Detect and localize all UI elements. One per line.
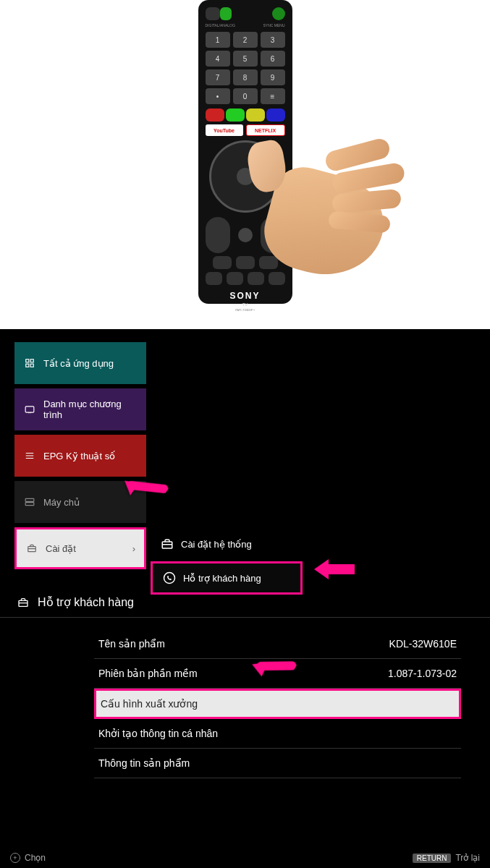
- svg-rect-4: [25, 407, 34, 412]
- chevron-right-icon: ›: [132, 543, 135, 554]
- remote-photo-section: DIGITAL/ANALOGSYNC MENU 123 456 789 •0≡ …: [0, 0, 490, 329]
- menu-label: Cài đặt: [46, 543, 76, 554]
- arrow-annotation: [311, 555, 355, 584]
- info-row-product-info[interactable]: Thông tin sản phẩm: [94, 749, 461, 778]
- sony-remote: DIGITAL/ANALOGSYNC MENU 123 456 789 •0≡ …: [198, 0, 292, 304]
- footer-back: Trở lại: [455, 853, 480, 863]
- svg-rect-3: [30, 364, 33, 367]
- submenu-customer-support[interactable]: Hỗ trợ khách hàng: [151, 561, 303, 595]
- svg-rect-6: [25, 503, 34, 506]
- info-label: Thông tin sản phẩm: [98, 757, 190, 769]
- sony-logo: SONY: [206, 291, 285, 301]
- power-icon: [272, 7, 285, 20]
- info-label: Phiên bản phần mềm: [98, 668, 198, 679]
- tv-icon: [23, 404, 36, 414]
- support-info-list: Tên sản phẩm KDL-32W610E Phiên bản phần …: [94, 629, 461, 778]
- info-row-product-name[interactable]: Tên sản phẩm KDL-32W610E: [94, 629, 461, 659]
- menu-label: EPG Kỹ thuật số: [43, 451, 115, 461]
- info-row-reset-personal[interactable]: Khởi tạo thông tin cá nhân: [94, 719, 461, 749]
- info-label: Tên sản phẩm: [98, 638, 165, 650]
- menu-label: Tất cả ứng dụng: [43, 358, 114, 369]
- tv-screen: Tất cả ứng dụng Danh mục chương trình EP…: [0, 329, 490, 868]
- menu-category[interactable]: Danh mục chương trình: [14, 388, 146, 430]
- divider: [0, 617, 490, 618]
- menu-all-apps[interactable]: Tất cả ứng dụng: [14, 342, 146, 384]
- youtube-badge: YouTube: [206, 124, 243, 136]
- remote-numpad: 123 456 789 •0≡: [206, 32, 285, 104]
- svg-rect-1: [30, 359, 33, 362]
- svg-rect-2: [26, 364, 29, 367]
- svg-rect-5: [25, 498, 34, 501]
- menu-label: Máy chủ: [43, 497, 80, 508]
- info-row-factory-config[interactable]: Cấu hình xuất xưởng: [94, 689, 461, 719]
- menu-label: Danh mục chương trình: [43, 399, 138, 420]
- info-value: 1.087-1.073-02: [388, 668, 457, 679]
- svg-rect-7: [28, 547, 36, 552]
- main-menu: Tất cả ứng dụng Danh mục chương trình EP…: [14, 342, 146, 574]
- menu-epg[interactable]: EPG Kỹ thuật số: [14, 435, 146, 477]
- submenu-label: Cài đặt hệ thống: [181, 539, 252, 550]
- menu-settings[interactable]: Cài đặt ›: [14, 527, 146, 569]
- info-label: Cấu hình xuất xưởng: [101, 698, 198, 710]
- phone-icon: [163, 571, 176, 584]
- server-icon: [23, 497, 36, 507]
- submenu-label: Hỗ trợ khách hàng: [183, 573, 261, 584]
- panel-header: Hỗ trợ khách hàng: [16, 595, 134, 609]
- remote-dpad: [209, 140, 282, 213]
- panel-title: Hỗ trợ khách hàng: [38, 595, 134, 609]
- info-label: Khởi tạo thông tin cá nhân: [98, 728, 218, 739]
- apps-icon: [23, 358, 36, 368]
- svg-point-9: [164, 573, 175, 584]
- netflix-badge: NETFLIX: [246, 124, 285, 136]
- info-row-software-version[interactable]: Phiên bản phần mềm 1.087-1.073-02: [94, 659, 461, 689]
- footer-bar: + Chọn RETURN Trở lại: [0, 848, 490, 868]
- tv-label: TV: [206, 302, 285, 307]
- footer-select: Chọn: [25, 853, 46, 863]
- select-icon: +: [10, 853, 20, 863]
- list-icon: [23, 451, 36, 461]
- toolbox-icon: [161, 537, 174, 550]
- info-value: KDL-32W610E: [389, 638, 457, 650]
- toolbox-icon: [25, 543, 38, 553]
- toolbox-icon: [16, 597, 30, 608]
- settings-submenu: Cài đặt hệ thống Hỗ trợ khách hàng: [151, 527, 303, 595]
- submenu-system-settings[interactable]: Cài đặt hệ thống: [151, 527, 303, 561]
- remote-wrap: DIGITAL/ANALOGSYNC MENU 123 456 789 •0≡ …: [159, 0, 332, 329]
- svg-rect-0: [26, 359, 29, 362]
- return-button-label: RETURN: [413, 854, 452, 863]
- menu-server[interactable]: Máy chủ: [14, 481, 146, 523]
